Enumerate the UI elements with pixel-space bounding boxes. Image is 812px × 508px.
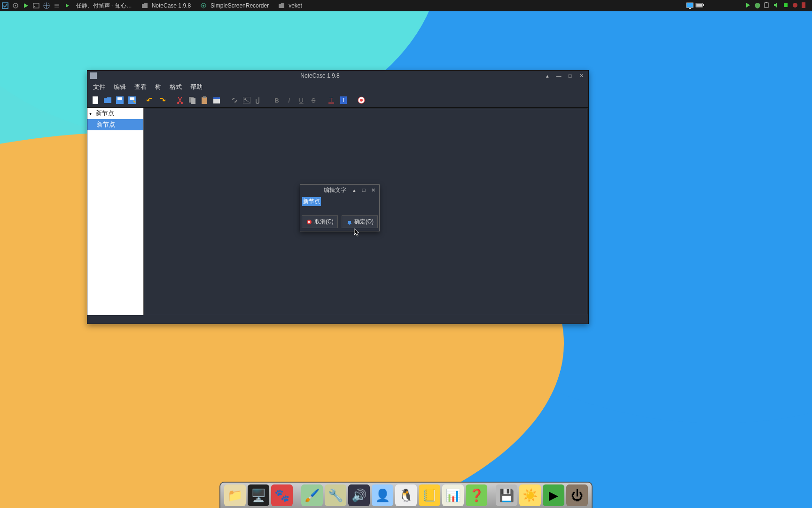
dialog-maximize-button[interactable]: □ [360, 187, 367, 193]
maximize-button[interactable]: □ [567, 72, 573, 79]
svg-point-37 [360, 99, 363, 102]
toolbar-textcolor-icon[interactable]: T [326, 95, 336, 105]
clock-tray-icon[interactable] [792, 2, 799, 9]
menu-view[interactable]: 查看 [131, 82, 150, 92]
menu-lines-icon[interactable] [53, 2, 61, 9]
display-tray-icon[interactable] [686, 2, 693, 9]
svg-rect-29 [213, 97, 220, 99]
menu-help[interactable]: 帮助 [187, 82, 206, 92]
toolbar-save-icon[interactable] [115, 95, 125, 105]
svg-rect-3 [33, 3, 39, 8]
toolbar-underline-icon[interactable]: U [296, 95, 306, 105]
dialog-titlebar[interactable]: 编辑文字 ▴ □ ✕ [300, 185, 379, 195]
svg-rect-12 [765, 3, 768, 8]
cancel-label: 取消(C) [314, 218, 334, 226]
dock: 📁 🖥️ 🐾 🖌️ 🔧 🔊 👤 🐧 📒 📊 ❓ 💾 ☀️ ▶ ⏻ [219, 482, 593, 508]
menu-edit[interactable]: 编辑 [110, 82, 130, 92]
svg-rect-19 [117, 97, 122, 100]
expand-icon[interactable]: ▾ [89, 111, 94, 116]
dock-paint-icon[interactable]: 🖌️ [301, 484, 323, 506]
dock-penguin-icon[interactable]: 🐧 [395, 484, 417, 506]
taskbar-item-music[interactable]: 任静、付笛声 - 知心… [72, 0, 136, 11]
toolbar-redo-icon[interactable] [157, 95, 167, 105]
system-menu-icon[interactable] [1, 2, 9, 9]
statusbar [87, 315, 588, 324]
folder-icon [278, 2, 285, 9]
toolbar-undo-icon[interactable] [145, 95, 155, 105]
play-tray-icon[interactable] [745, 2, 752, 9]
dock-brightness-icon[interactable]: ☀️ [519, 484, 541, 506]
settings-gear-icon[interactable] [12, 2, 19, 9]
toolbar-help-icon[interactable] [356, 95, 367, 105]
toolbar-link-icon[interactable] [229, 95, 240, 105]
dock-power-icon[interactable]: ⏻ [566, 484, 588, 506]
shade-button[interactable]: ▴ [544, 72, 551, 79]
ok-button[interactable]: 确定(O) [342, 215, 378, 228]
dock-audio-icon[interactable]: 🔊 [348, 484, 370, 506]
dialog-input[interactable]: 新节点 [302, 197, 321, 206]
toolbar: B I U S T T [87, 93, 588, 107]
volume-tray-icon[interactable] [773, 2, 780, 9]
svg-rect-8 [689, 8, 691, 9]
cancel-button[interactable]: 取消(C) [302, 215, 338, 228]
toolbar-saveas-icon[interactable] [127, 95, 137, 105]
dock-pet-icon[interactable]: 🐾 [271, 484, 293, 506]
toolbar-date-icon[interactable] [211, 95, 222, 105]
menu-file[interactable]: 文件 [89, 82, 109, 92]
dock-play-icon[interactable]: ▶ [543, 484, 564, 506]
toolbar-italic-icon[interactable]: I [284, 95, 294, 105]
dock-display-icon[interactable]: 🖥️ [248, 484, 269, 506]
play-icon[interactable] [22, 2, 30, 9]
menubar: 文件 编辑 查看 树 格式 帮助 [87, 81, 588, 93]
toolbar-image-icon[interactable] [242, 95, 252, 105]
play-small-icon[interactable] [63, 2, 71, 9]
toolbar-bgcolor-icon[interactable]: T [338, 95, 349, 105]
svg-point-6 [203, 5, 204, 7]
globe-icon[interactable] [43, 2, 50, 9]
dock-user-icon[interactable]: 👤 [372, 484, 393, 506]
svg-point-2 [15, 5, 16, 7]
close-button[interactable]: ✕ [578, 72, 585, 79]
top-taskbar: 任静、付笛声 - 知心… NoteCase 1.9.8 SimpleScreen… [0, 0, 812, 11]
taskbar-item-label: NoteCase 1.9.8 [152, 2, 191, 9]
minimize-button[interactable]: — [555, 72, 562, 79]
taskbar-item-recorder[interactable]: SimpleScreenRecorder [195, 0, 273, 11]
svg-rect-16 [802, 2, 805, 8]
toolbar-new-icon[interactable] [90, 95, 101, 105]
dialog-shade-button[interactable]: ▴ [351, 187, 358, 193]
ok-icon [346, 219, 352, 225]
dialog-close-button[interactable]: ✕ [370, 187, 376, 193]
toolbar-open-icon[interactable] [102, 95, 113, 105]
taskbar-item-notecase[interactable]: NoteCase 1.9.8 [136, 0, 195, 11]
toolbar-strike-icon[interactable]: S [308, 95, 319, 105]
svg-rect-11 [696, 4, 702, 7]
terminal-icon[interactable] [32, 2, 40, 9]
indicator-tray-icon[interactable] [802, 2, 808, 9]
taskbar-item-label: SimpleScreenRecorder [211, 2, 269, 9]
dock-notes-icon[interactable]: 📒 [419, 484, 440, 506]
dock-help-icon[interactable]: ❓ [466, 484, 487, 506]
tree-root-item[interactable]: ▾ 新节点 [87, 108, 143, 119]
dock-tool-icon[interactable]: 🔧 [325, 484, 346, 506]
menu-format[interactable]: 格式 [166, 82, 186, 92]
tree-child-item[interactable]: 新节点 [87, 119, 143, 130]
dock-chart-icon[interactable]: 📊 [442, 484, 464, 506]
svg-rect-25 [191, 98, 195, 104]
shield-tray-icon[interactable] [755, 2, 761, 9]
network-tray-icon[interactable] [783, 2, 789, 9]
toolbar-cut-icon[interactable] [175, 95, 185, 105]
toolbar-copy-icon[interactable] [187, 95, 197, 105]
window-titlebar[interactable]: NoteCase 1.9.8 ▴ — □ ✕ [87, 71, 588, 81]
taskbar-item-veket[interactable]: veket [273, 0, 306, 11]
dock-files-icon[interactable]: 📁 [224, 484, 246, 506]
battery-tray-icon[interactable] [695, 2, 702, 9]
dock-drive-icon[interactable]: 💾 [496, 484, 517, 506]
toolbar-attach-icon[interactable] [254, 95, 264, 105]
tree-panel[interactable]: ▾ 新节点 新节点 [87, 108, 144, 315]
dialog-title: 编辑文字 [303, 186, 348, 194]
clipboard-tray-icon[interactable] [764, 2, 771, 9]
menu-tree[interactable]: 树 [151, 82, 165, 92]
svg-point-15 [793, 3, 797, 8]
toolbar-bold-icon[interactable]: B [272, 95, 282, 105]
toolbar-paste-icon[interactable] [199, 95, 210, 105]
